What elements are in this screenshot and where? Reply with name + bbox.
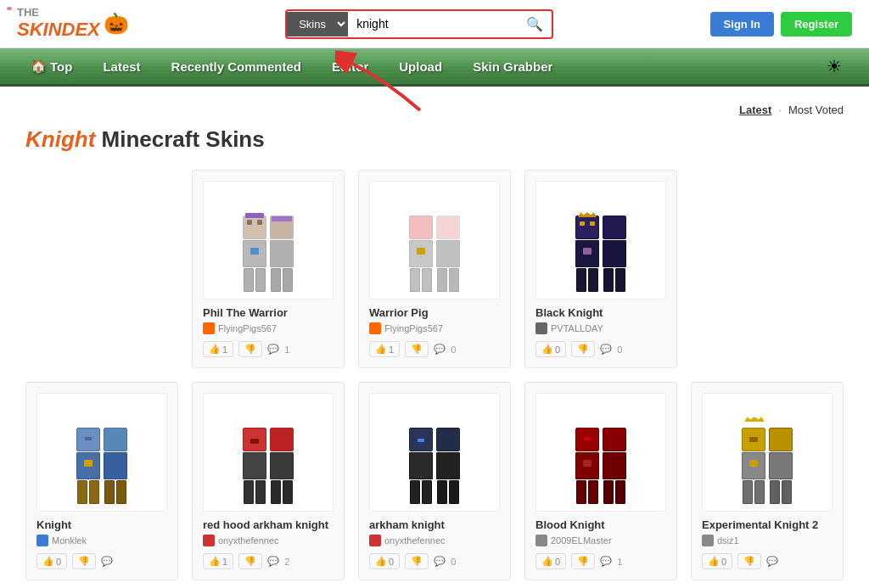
skin-row-2: Knight Monklek 👍 0 👎 💬 [25,382,844,580]
nav-recently-label: Recently Commented [171,59,301,74]
site-header: THE SKINDEX 🎃 Skins 🔍 Sign In Register [0,0,869,48]
skin-author: onyxthefennec [203,535,334,546]
page-title-rest: Minecraft Skins [95,126,264,152]
skin-author: dsiz1 [702,535,833,546]
skin-card-warrior-pig[interactable]: Warrior Pig FlyingPigs567 👍 1 👎 💬 0 [358,170,511,368]
skin-card-red-hood-arkham-knight[interactable]: red hood arkham knight onyxthefennec 👍 1… [192,382,345,580]
skin-name: Phil The Warrior [203,306,334,319]
dislike-button[interactable]: 👎 [737,553,761,569]
skin-stats: 👍 0 👎 💬 [702,553,833,569]
like-button[interactable]: 👍 0 [535,553,566,569]
nav-home[interactable]: 🏠 Top [17,48,86,84]
like-button[interactable]: 👍 1 [369,341,400,357]
author-avatar [535,322,547,334]
skin-stats: 👍 0 👎 💬 [36,553,167,569]
auth-buttons: Sign In Register [710,12,852,36]
skin-author: 2009ELMaster [535,535,666,546]
nav-editor[interactable]: Editor [318,49,382,84]
skin-card-arkham-knight[interactable]: arkham knight onyxthefennec 👍 0 👎 💬 0 [358,382,511,580]
comment-count: 0 [451,557,456,567]
comment-count: 1 [284,344,289,355]
author-avatar [203,322,215,334]
sort-bar: Latest · Most Voted [25,104,844,116]
sort-most-voted[interactable]: Most Voted [788,104,844,116]
like-button[interactable]: 👍 0 [535,341,566,357]
dislike-button[interactable]: 👎 [571,341,595,357]
comment-icon: 💬 [434,556,446,567]
skin-author: onyxthefennec [369,535,500,546]
skin-image-black-knight [535,181,666,300]
skin-name: Warrior Pig [369,306,500,319]
skin-name: arkham knight [369,518,500,531]
skin-author: PVTALLDAY [535,322,666,334]
author-avatar [369,535,381,546]
nav-skin-grabber-label: Skin Grabber [473,59,552,74]
comment-icon: 💬 [267,556,279,567]
nav-recently-commented[interactable]: Recently Commented [158,49,315,84]
nav-upload-label: Upload [399,59,442,74]
dislike-button[interactable]: 👎 [405,341,429,357]
comment-count: 2 [284,557,289,567]
author-avatar [203,535,215,546]
logo-pumpkin-icon: 🎃 [104,12,129,36]
logo[interactable]: THE SKINDEX 🎃 [17,7,129,41]
skin-name: Experimental Knight 2 [702,518,833,531]
register-button[interactable]: Register [781,12,852,36]
skin-name: Blood Knight [535,518,666,531]
skin-image-blood-knight [535,393,666,512]
skin-name: red hood arkham knight [203,518,334,531]
skin-card-phil-the-warrior[interactable]: Phil The Warrior FlyingPigs567 👍 1 👎 💬 1 [192,170,345,368]
search-input[interactable] [348,12,518,36]
sort-latest[interactable]: Latest [739,104,771,116]
nav-latest-label: Latest [103,59,140,74]
signin-button[interactable]: Sign In [710,12,774,36]
comment-icon: 💬 [600,344,612,355]
theme-toggle-icon[interactable]: ☀ [816,49,852,83]
dislike-button[interactable]: 👎 [405,553,429,569]
skin-stats: 👍 0 👎 💬 1 [535,553,666,569]
author-avatar [535,535,547,546]
skin-image-phil [203,181,334,300]
comment-count: 0 [617,344,622,355]
skin-stats: 👍 1 👎 💬 2 [203,553,334,569]
skin-author: FlyingPigs567 [369,322,500,334]
search-button[interactable]: 🔍 [518,11,552,37]
skin-card-blood-knight[interactable]: Blood Knight 2009ELMaster 👍 0 👎 💬 1 [524,382,677,580]
skin-card-black-knight[interactable]: Black Knight PVTALLDAY 👍 0 👎 💬 0 [524,170,677,368]
comment-icon: 💬 [600,556,612,567]
page-title: Knight Minecraft Skins [25,126,844,153]
search-bar: Skins 🔍 [285,9,553,39]
like-button[interactable]: 👍 1 [203,553,233,569]
nav-editor-label: Editor [332,59,368,74]
skin-card-experimental-knight-2[interactable]: Experimental Knight 2 dsiz1 👍 0 👎 💬 [691,382,844,580]
main-content: Latest · Most Voted Knight Minecraft Ski… [0,87,869,588]
nav-top-label: Top [50,59,72,74]
nav-skin-grabber[interactable]: Skin Grabber [459,49,566,84]
like-button[interactable]: 👍 0 [369,553,400,569]
dislike-button[interactable]: 👎 [238,553,262,569]
nav-latest[interactable]: Latest [89,49,154,84]
skin-card-knight[interactable]: Knight Monklek 👍 0 👎 💬 [25,382,178,580]
comment-count: 1 [617,557,622,567]
logo-main-text: SKINDEX [17,19,100,41]
like-button[interactable]: 👍 1 [203,341,233,357]
skin-name: Black Knight [535,306,666,319]
dislike-button[interactable]: 👎 [571,553,595,569]
like-button[interactable]: 👍 0 [702,553,732,569]
skin-stats: 👍 1 👎 💬 1 [203,341,334,357]
skin-author: FlyingPigs567 [203,322,334,334]
author-avatar [36,535,48,546]
home-icon: 🏠 [31,59,47,74]
like-button[interactable]: 👍 0 [36,553,67,569]
skin-image-red-hood [203,393,334,512]
dislike-button[interactable]: 👎 [238,341,262,357]
comment-count: 0 [451,344,456,355]
skin-author: Monklek [36,535,167,546]
skin-row-1: Phil The Warrior FlyingPigs567 👍 1 👎 💬 1 [25,170,844,368]
search-category-dropdown[interactable]: Skins [287,12,348,36]
dislike-button[interactable]: 👎 [72,553,96,569]
comment-icon: 💬 [766,556,778,567]
sort-separator: · [778,104,782,116]
nav-upload[interactable]: Upload [385,49,456,84]
page-title-italic: Knight [25,126,95,152]
